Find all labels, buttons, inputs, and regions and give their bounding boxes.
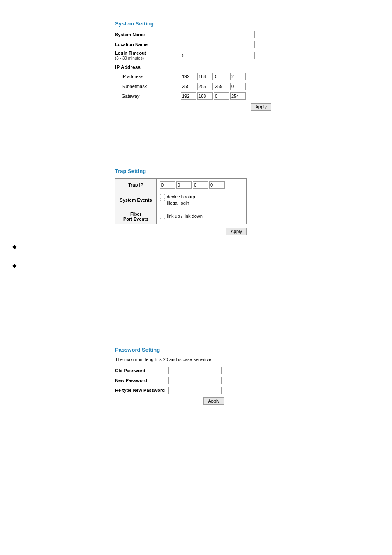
gateway-label: Gateway: [115, 94, 181, 99]
system-setting-section: System Setting System Name Location Name…: [115, 21, 392, 111]
ip-octet-4[interactable]: [230, 73, 246, 80]
new-password-label: New Password: [115, 378, 168, 383]
subnet-mask-label: Subnetmask: [115, 84, 181, 89]
gateway-octet-2[interactable]: [197, 92, 213, 100]
ip-octet-1[interactable]: [181, 73, 196, 80]
system-events-label: System Events: [115, 191, 157, 209]
location-name-input[interactable]: [181, 41, 255, 48]
new-password-input[interactable]: [168, 377, 222, 384]
system-events-checkboxes-cell: device bootup illegal login: [157, 191, 247, 209]
system-name-input[interactable]: [181, 31, 255, 38]
device-bootup-row: device bootup: [160, 194, 243, 199]
trap-setting-table: Trap IP System Events: [115, 178, 247, 224]
bullet-item-2: ◆: [115, 262, 392, 269]
subnet-mask-inputs: [181, 83, 246, 90]
subnet-octet-3[interactable]: [214, 83, 229, 90]
retype-password-input[interactable]: [168, 387, 222, 394]
ip-address-inputs: [181, 73, 246, 80]
trap-setting-apply-row: Apply: [115, 228, 247, 235]
ip-address-row: IP address: [115, 73, 392, 80]
fiber-port-events-cell: link up / link down: [157, 209, 247, 224]
subnet-octet-2[interactable]: [197, 83, 213, 90]
login-timeout-label: Login Timeout (3 - 30 minutes): [115, 51, 181, 60]
illegal-login-checkbox[interactable]: [160, 200, 165, 205]
trap-ip-octet-4[interactable]: [209, 181, 225, 189]
subnet-octet-4[interactable]: [230, 83, 246, 90]
system-name-row: System Name: [115, 31, 392, 38]
ip-octet-3[interactable]: [214, 73, 229, 80]
device-bootup-checkbox[interactable]: [160, 194, 165, 199]
retype-password-row: Re-type New Password: [115, 387, 392, 394]
password-setting-apply-button[interactable]: Apply: [203, 397, 224, 405]
fiber-port-events-label: FiberPort Events: [115, 209, 157, 224]
trap-ip-inputs-cell: [157, 179, 247, 191]
illegal-login-row: illegal login: [160, 200, 243, 205]
link-up-down-row: link up / link down: [160, 214, 243, 219]
trap-setting-title: Trap Setting: [115, 168, 392, 174]
login-timeout-input[interactable]: [181, 52, 255, 59]
new-password-row: New Password: [115, 377, 392, 384]
ip-address-label: IP address: [115, 74, 181, 79]
bullet-diamond-1: ◆: [12, 243, 17, 250]
location-name-label: Location Name: [115, 42, 181, 47]
old-password-input[interactable]: [168, 367, 222, 374]
trap-setting-section: Trap Setting Trap IP: [115, 168, 392, 235]
gateway-row: Gateway: [115, 92, 392, 100]
bullet-item-1: ◆: [115, 243, 392, 250]
system-setting-apply-button[interactable]: Apply: [251, 103, 271, 111]
retype-password-label: Re-type New Password: [115, 388, 168, 393]
password-setting-section: Password Setting The maximum length is 2…: [115, 347, 392, 405]
fiber-port-events-row: FiberPort Events link up / link down: [115, 209, 247, 224]
bullet-section: ◆ ◆: [115, 243, 392, 269]
old-password-label: Old Password: [115, 368, 168, 373]
password-setting-apply-row: Apply: [115, 397, 224, 405]
gateway-octet-1[interactable]: [181, 92, 196, 100]
subnet-octet-1[interactable]: [181, 83, 196, 90]
gateway-octet-3[interactable]: [214, 92, 229, 100]
system-setting-apply-row: Apply: [115, 103, 271, 111]
system-setting-title: System Setting: [115, 21, 392, 27]
link-up-down-label: link up / link down: [167, 214, 203, 219]
login-timeout-row: Login Timeout (3 - 30 minutes): [115, 51, 392, 60]
subnet-mask-row: Subnetmask: [115, 83, 392, 90]
device-bootup-label: device bootup: [167, 194, 195, 199]
password-setting-title: Password Setting: [115, 347, 392, 353]
password-note: The maximum length is 20 and is case-sen…: [115, 357, 392, 362]
illegal-login-label: illegal login: [167, 200, 189, 205]
trap-ip-octet-1[interactable]: [160, 181, 175, 189]
ip-address-title: IP Address: [115, 64, 392, 70]
link-up-down-checkbox[interactable]: [160, 214, 165, 219]
gateway-octet-4[interactable]: [230, 92, 246, 100]
gateway-inputs: [181, 92, 246, 100]
old-password-row: Old Password: [115, 367, 392, 374]
ip-octet-2[interactable]: [197, 73, 213, 80]
trap-ip-inputs: [160, 181, 243, 189]
system-name-label: System Name: [115, 32, 181, 37]
location-name-row: Location Name: [115, 41, 392, 48]
system-events-row: System Events device bootup illegal logi…: [115, 191, 247, 209]
trap-ip-label: Trap IP: [115, 179, 157, 191]
trap-setting-apply-button[interactable]: Apply: [226, 228, 247, 235]
trap-ip-row: Trap IP: [115, 179, 247, 191]
trap-ip-octet-2[interactable]: [176, 181, 192, 189]
trap-ip-octet-3[interactable]: [193, 181, 208, 189]
bullet-diamond-2: ◆: [12, 262, 17, 269]
